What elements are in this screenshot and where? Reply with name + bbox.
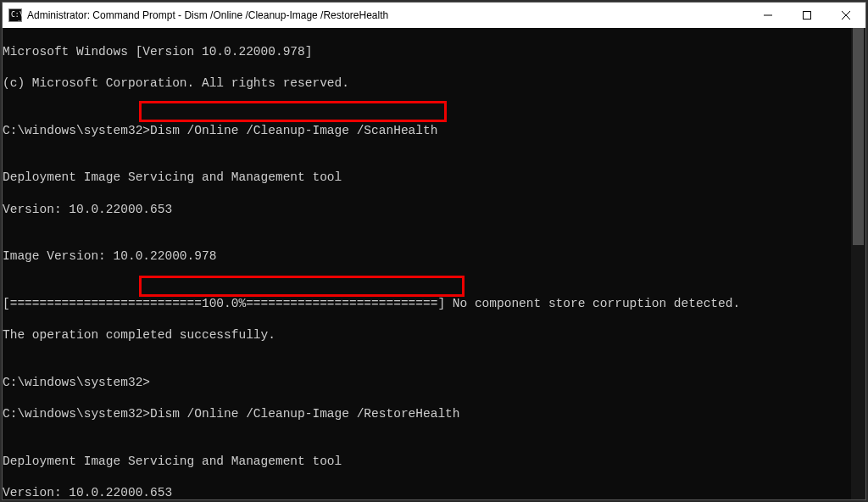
close-button[interactable] (826, 3, 865, 28)
prompt: C:\windows\system32> (3, 124, 150, 137)
maximize-button[interactable] (787, 3, 826, 28)
command-line-1: C:\windows\system32>Dism /Online /Cleanu… (3, 123, 851, 139)
scroll-thumb[interactable] (853, 28, 864, 245)
minimize-button[interactable] (748, 3, 787, 28)
titlebar[interactable]: C:\ _ Administrator: Command Prompt - Di… (3, 3, 865, 28)
vertical-scrollbar[interactable] (851, 28, 865, 499)
svg-rect-3 (804, 12, 811, 20)
command-line-2: C:\windows\system32>Dism /Online /Cleanu… (3, 406, 851, 422)
cmd-window: C:\ _ Administrator: Command Prompt - Di… (2, 2, 866, 500)
output-line: Deployment Image Servicing and Managemen… (3, 170, 851, 186)
cmd-icon: C:\ _ (8, 8, 22, 22)
output-line: Deployment Image Servicing and Managemen… (3, 454, 851, 470)
output-line: Image Version: 10.0.22000.978 (3, 248, 851, 265)
terminal-output[interactable]: Microsoft Windows [Version 10.0.22000.97… (3, 28, 851, 499)
prompt-line: C:\windows\system32> (3, 375, 851, 391)
command-text: Dism /Online /Cleanup-Image /ScanHealth (150, 124, 437, 137)
window-controls (748, 3, 865, 28)
output-line: The operation completed successfully. (3, 327, 851, 343)
progress-line: [==========================100.0%=======… (3, 296, 851, 312)
client-area: Microsoft Windows [Version 10.0.22000.97… (3, 28, 865, 499)
output-line: Microsoft Windows [Version 10.0.22000.97… (3, 44, 851, 60)
window-title: Administrator: Command Prompt - Dism /On… (27, 9, 748, 21)
prompt: C:\windows\system32> (3, 407, 150, 421)
output-line: (c) Microsoft Corporation. All rights re… (3, 75, 851, 92)
output-line: Version: 10.0.22000.653 (3, 485, 851, 499)
command-text: Dism /Online /Cleanup-Image /RestoreHeal… (150, 407, 459, 421)
output-line: Version: 10.0.22000.653 (3, 202, 851, 218)
scroll-track (853, 28, 864, 499)
svg-text:_: _ (18, 14, 21, 21)
